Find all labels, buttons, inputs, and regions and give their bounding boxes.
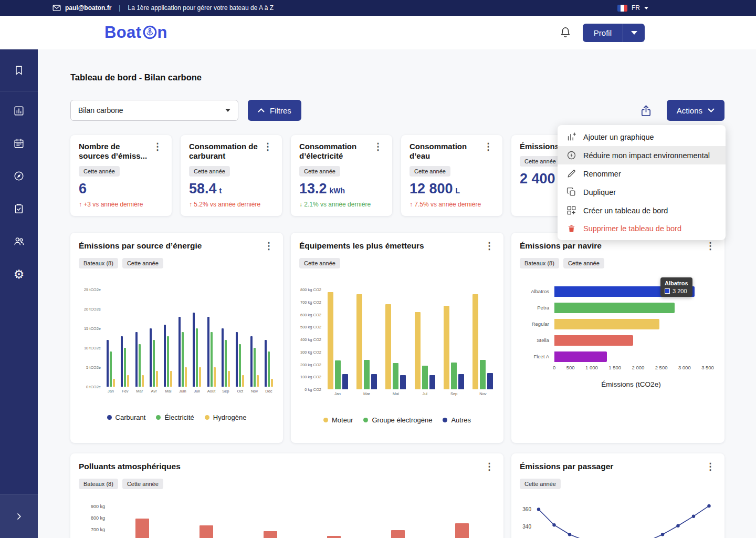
export-share-icon[interactable]: [640, 105, 652, 117]
dashboard-select[interactable]: Bilan carbone: [70, 100, 238, 121]
bar-group: Août: [207, 289, 216, 394]
kpi-trend: ↑ +3 vs année dernière: [79, 201, 163, 208]
profile-split-button[interactable]: Profil: [583, 24, 645, 42]
hbar-row: Stella: [520, 332, 716, 348]
menu-item-delete-dashboard[interactable]: Supprimer le tableau de bord: [558, 220, 726, 237]
boaton-logo[interactable]: Boat n: [104, 23, 167, 42]
x-tick-label: Sep: [450, 391, 457, 396]
sidebar-item-crew[interactable]: [13, 235, 25, 247]
kpi-value: 6: [79, 181, 87, 197]
kpi-value: 12 800: [410, 181, 453, 197]
bar: [193, 313, 195, 387]
period-badge: Cette année: [79, 166, 120, 177]
profile-caret-button[interactable]: [623, 24, 645, 42]
user-email[interactable]: paul@boaton.fr: [65, 4, 111, 12]
clipboard-check-icon: [13, 203, 25, 214]
y-tick-label: 0 kg CO2: [304, 387, 321, 392]
bar-group: [391, 506, 405, 538]
chevron-right-icon: [14, 511, 24, 522]
bar: [335, 360, 341, 389]
x-tick-label: Déc: [265, 389, 272, 394]
chevron-down-icon: [631, 31, 637, 35]
bar: [200, 525, 213, 538]
x-tick-label: Nov: [479, 391, 486, 396]
kebab-menu-icon[interactable]: ⋮: [263, 241, 275, 251]
menu-item-duplicate[interactable]: Dupliquer: [558, 183, 726, 201]
period-badge: Cette année: [299, 166, 340, 177]
y-tick-label: Fleet A: [520, 354, 549, 359]
bar: [356, 294, 362, 389]
menu-item-label: Dupliquer: [583, 188, 616, 196]
bar: [107, 340, 109, 387]
menu-item-rename[interactable]: Renommer: [558, 164, 726, 183]
bar: [385, 304, 391, 389]
bar: [222, 328, 224, 387]
hbar-row: Regular: [520, 316, 716, 332]
y-tick-label: 800 kg CO2: [300, 287, 321, 292]
sidebar-item-analytics[interactable]: [13, 105, 25, 117]
kebab-menu-icon[interactable]: ⋮: [705, 241, 716, 251]
sidebar-item-bookmark[interactable]: [0, 49, 38, 91]
y-tick-label: 5 tCO2e: [86, 365, 101, 370]
users-icon: [13, 235, 25, 247]
kebab-menu-icon[interactable]: ⋮: [152, 142, 163, 161]
kebab-menu-icon[interactable]: ⋮: [705, 462, 716, 471]
sidebar-item-settings[interactable]: ⚙: [14, 268, 25, 281]
bar-group: [200, 506, 213, 538]
sidebar-item-calendar[interactable]: [13, 138, 25, 149]
page-title: Tableau de bord - Bilan carbone: [70, 73, 724, 82]
x-tick-label: Fév: [122, 389, 129, 394]
actions-label: Actions: [677, 106, 702, 115]
legend-dot: [443, 418, 447, 422]
hbar-row: Fleet A: [520, 348, 716, 365]
period-badge: Cette année: [520, 479, 561, 489]
kpi-trend: ↓ 2.1% vs année dernière: [299, 201, 384, 208]
chart-title: Émissions par passager: [520, 462, 705, 471]
bar-group: Oct: [235, 289, 245, 394]
menu-item-label: Ajouter un graphique: [583, 133, 654, 141]
language-selector[interactable]: FR: [617, 4, 648, 12]
x-tick-label: 2 500: [655, 365, 668, 370]
legend-dot: [107, 415, 112, 420]
bar-group: [135, 506, 149, 538]
menu-item-create-dashboard[interactable]: Créer un tableau de bord: [558, 201, 726, 220]
kebab-menu-icon[interactable]: ⋮: [372, 142, 384, 161]
bar: [178, 317, 181, 387]
tooltip-label: Albatros: [665, 280, 688, 286]
kpi-card-fuel: Consommation de carburant⋮ Cette année 5…: [181, 135, 282, 216]
chart-legend: MoteurGroupe électrogèneAutres: [299, 416, 495, 424]
x-tick-label: Jan: [334, 391, 341, 396]
kpi-unit: t: [219, 187, 222, 195]
bar: [364, 360, 370, 389]
filters-button[interactable]: Filtres: [248, 100, 301, 121]
kebab-menu-icon[interactable]: ⋮: [484, 462, 495, 471]
bar: [139, 344, 141, 387]
profile-button[interactable]: Profil: [583, 24, 623, 42]
x-tick-label: Mar: [136, 389, 143, 394]
legend-item: Autres: [443, 416, 471, 424]
bar: [228, 371, 230, 387]
menu-item-add-chart[interactable]: Ajouter un graphique: [558, 128, 726, 146]
bar: [124, 348, 126, 387]
sidebar-item-navigation[interactable]: [13, 170, 25, 182]
kebab-menu-icon[interactable]: ⋮: [482, 142, 494, 161]
menu-item-reduce-impact[interactable]: Réduire mon impact environnemental: [558, 146, 726, 164]
kebab-menu-icon[interactable]: ⋮: [484, 241, 495, 251]
notifications-bell-icon[interactable]: [560, 27, 571, 38]
kpi-title: Consommation d’eau: [410, 142, 482, 161]
bar: [455, 523, 469, 538]
chevron-up-icon: [258, 108, 265, 112]
dashboard-select-value: Bilan carbone: [78, 106, 123, 115]
sidebar-expand-button[interactable]: [0, 494, 38, 538]
y-tick-label: 600 kg CO2: [300, 313, 321, 317]
sidebar-item-checklist[interactable]: [13, 203, 25, 214]
chart-tooltip: Albatros 3 200: [660, 277, 692, 297]
bar: [164, 325, 166, 387]
x-tick-label: Mai: [165, 389, 171, 394]
chart-card-energy-source: Émissions par source d’énergie⋮ Bateaux …: [70, 233, 283, 443]
bar: [135, 332, 138, 387]
y-tick-label: 360: [522, 506, 531, 512]
kebab-menu-icon[interactable]: ⋮: [262, 142, 274, 161]
actions-button[interactable]: Actions: [667, 100, 724, 121]
x-tick-label: Sep: [222, 389, 229, 394]
